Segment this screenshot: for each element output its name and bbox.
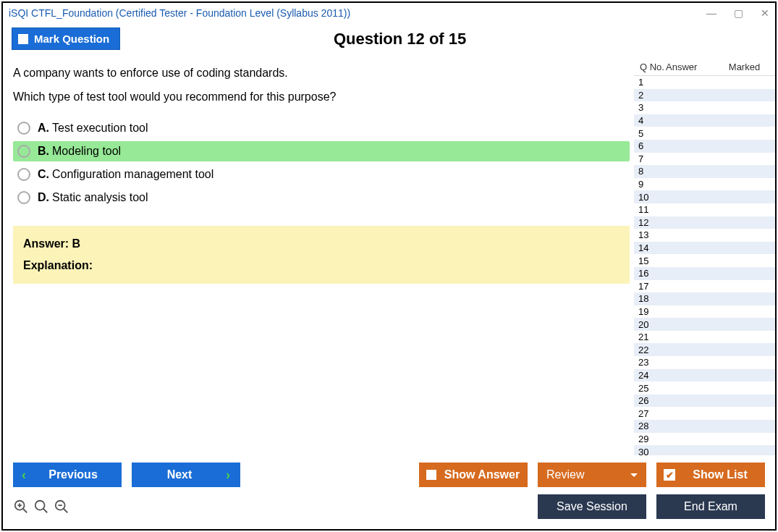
checkbox-icon [18,34,28,44]
list-row[interactable]: 7 [634,153,775,166]
col-answer: Answer [666,62,716,72]
show-list-button[interactable]: ✔ Show List [656,463,765,487]
list-row[interactable]: 16 [634,267,775,280]
next-button[interactable]: Next › [132,463,240,487]
question-counter: Question 12 of 15 [33,30,766,48]
list-row[interactable]: 12 [634,216,775,229]
save-session-button[interactable]: Save Session [538,494,646,519]
list-row[interactable]: 3 [634,101,775,114]
option-letter: D. [38,191,49,204]
row-qno: 23 [638,357,663,368]
list-row[interactable]: 26 [634,394,775,408]
previous-label: Previous [25,468,122,481]
options-list: A. Test execution toolB. Modeling toolC.… [13,118,630,208]
radio-icon [17,191,30,204]
list-row[interactable]: 23 [634,356,775,369]
question-text: A company wants to enforce use of coding… [13,63,630,106]
header-row: Mark Question Question 12 of 15 [3,23,775,59]
end-exam-button[interactable]: End Exam [656,494,765,519]
row-qno: 9 [638,179,663,190]
list-rows[interactable]: 1234567891011121314151617181920212223242… [634,76,775,455]
save-session-label: Save Session [557,500,627,513]
chevron-down-icon [630,473,638,477]
show-answer-button[interactable]: Show Answer [419,463,528,487]
question-line-1: A company wants to enforce use of coding… [13,63,630,83]
row-qno: 16 [638,268,663,279]
list-row[interactable]: 19 [634,305,775,318]
answer-panel: Answer: B Explanation: [13,226,630,284]
col-qno: Q No. [637,62,666,72]
list-row[interactable]: 27 [634,407,775,420]
list-row[interactable]: 30 [634,445,775,455]
option-b[interactable]: B. Modeling tool [13,141,630,161]
col-marked: Marked [716,62,772,72]
row-qno: 10 [638,192,663,203]
radio-icon [17,122,30,135]
review-label: Review [546,468,584,481]
footer: ‹ Previous Next › Show Answer Review ✔ S… [3,455,775,529]
list-row[interactable]: 5 [634,127,775,140]
footer-row-1: ‹ Previous Next › Show Answer Review ✔ S… [13,463,765,487]
list-row[interactable]: 11 [634,203,775,216]
row-qno: 7 [638,153,663,164]
zoom-icon[interactable] [33,499,49,515]
list-row[interactable]: 18 [634,292,775,305]
row-qno: 19 [638,306,663,317]
question-list-panel: Q No. Answer Marked 12345678910111213141… [634,59,775,455]
option-text: Static analysis tool [52,191,148,204]
option-text: Test execution tool [52,122,148,135]
option-letter: B. [38,145,49,158]
window-title: iSQI CTFL_Foundation (Certified Tester -… [9,7,350,19]
previous-button[interactable]: ‹ Previous [13,463,122,487]
maximize-icon[interactable]: ▢ [734,7,743,19]
row-qno: 22 [638,345,663,355]
list-row[interactable]: 13 [634,229,775,242]
svg-point-4 [35,501,45,510]
list-row[interactable]: 9 [634,178,775,191]
row-qno: 12 [638,217,663,228]
answer-line: Answer: B [23,237,620,250]
minimize-icon[interactable]: — [706,7,716,19]
app-window: iSQI CTFL_Foundation (Certified Tester -… [1,1,777,531]
zoom-out-icon[interactable] [54,499,69,515]
list-row[interactable]: 24 [634,369,775,382]
explanation-label: Explanation: [23,259,620,272]
list-row[interactable]: 17 [634,280,775,293]
list-row[interactable]: 6 [634,140,775,153]
list-row[interactable]: 1 [634,76,775,89]
list-row[interactable]: 29 [634,433,775,446]
list-row[interactable]: 22 [634,343,775,356]
list-row[interactable]: 8 [634,165,775,178]
row-qno: 2 [638,90,663,101]
question-panel: A company wants to enforce use of coding… [3,59,634,455]
checkbox-icon [426,470,436,480]
list-row[interactable]: 2 [634,89,775,102]
row-qno: 18 [638,293,663,304]
list-row[interactable]: 20 [634,318,775,331]
option-a[interactable]: A. Test execution tool [13,118,630,138]
end-exam-label: End Exam [684,500,737,513]
list-row[interactable]: 4 [634,114,775,127]
list-row[interactable]: 10 [634,190,775,203]
row-qno: 25 [638,383,663,394]
option-d[interactable]: D. Static analysis tool [13,187,630,208]
list-row[interactable]: 28 [634,420,775,433]
list-row[interactable]: 14 [634,242,775,255]
review-dropdown[interactable]: Review [538,463,646,487]
radio-icon [17,145,30,158]
close-icon[interactable]: ✕ [761,7,769,19]
svg-line-7 [64,509,68,513]
row-qno: 1 [638,77,663,88]
row-qno: 5 [638,128,663,139]
list-row[interactable]: 15 [634,254,775,267]
option-text: Configuration management tool [52,168,213,181]
zoom-in-icon[interactable] [13,499,29,515]
row-qno: 14 [638,242,663,253]
window-controls: — ▢ ✕ [706,7,769,19]
row-qno: 8 [638,166,663,177]
list-header: Q No. Answer Marked [634,59,775,76]
list-row[interactable]: 21 [634,331,775,344]
list-row[interactable]: 25 [634,381,775,394]
row-qno: 6 [638,140,663,151]
option-c[interactable]: C. Configuration management tool [13,164,630,185]
